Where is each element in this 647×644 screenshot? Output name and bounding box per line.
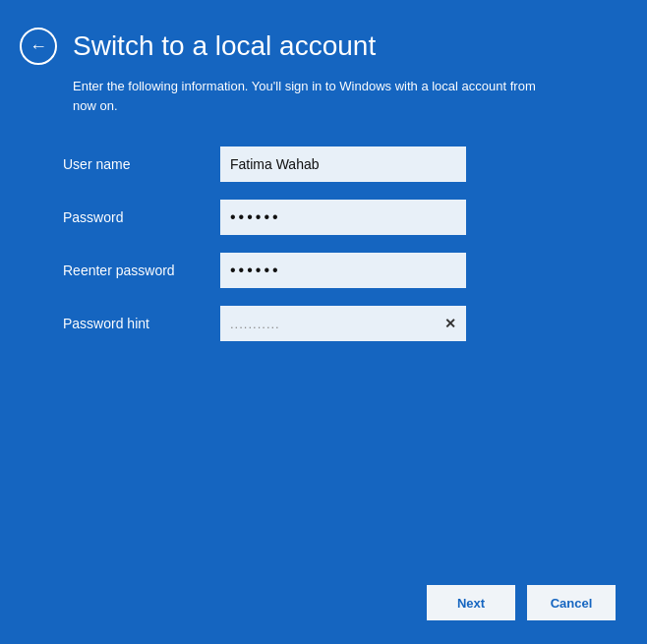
clear-hint-button[interactable]: ✕ [441, 315, 460, 332]
reenter-label: Reenter password [63, 263, 220, 278]
username-row: User name [63, 146, 616, 182]
next-button[interactable]: Next [427, 585, 515, 620]
back-button[interactable]: ← [20, 28, 57, 65]
page-subtitle: Enter the following information. You'll … [0, 77, 570, 146]
hint-wrapper: ✕ [220, 306, 466, 341]
hint-label: Password hint [63, 316, 220, 331]
password-input[interactable] [220, 200, 466, 235]
back-icon: ← [29, 36, 47, 57]
cancel-button[interactable]: Cancel [527, 585, 616, 620]
hint-input[interactable] [220, 306, 466, 341]
footer: Next Cancel [0, 569, 647, 644]
page-header: ← Switch to a local account [0, 0, 647, 77]
reenter-row: Reenter password [63, 253, 616, 288]
username-label: User name [63, 156, 220, 172]
password-label: Password [63, 209, 220, 225]
form: User name Password Reenter password Pass… [0, 146, 647, 569]
hint-row: Password hint ✕ [63, 306, 616, 341]
reenter-input[interactable] [220, 253, 466, 288]
username-input[interactable] [220, 146, 466, 182]
password-row: Password [63, 200, 616, 235]
page-title: Switch to a local account [73, 30, 376, 62]
